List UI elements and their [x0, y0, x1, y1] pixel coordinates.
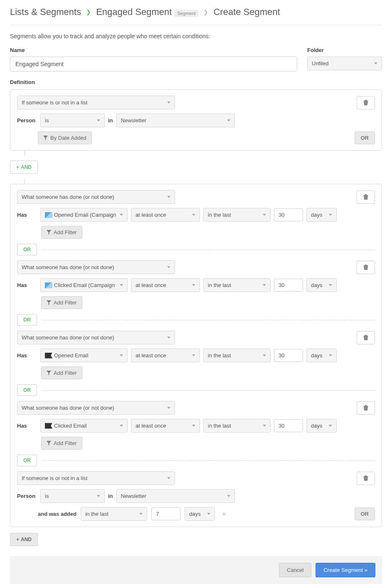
condition-block-2: What someone has done (or not done) Has …	[10, 184, 382, 527]
add-filter-button[interactable]: Add Filter	[41, 437, 82, 450]
days-input[interactable]	[274, 208, 303, 221]
or-button[interactable]: OR	[17, 384, 37, 396]
delete-condition-button[interactable]	[357, 401, 375, 415]
timeframe-select[interactable]: in the last	[203, 278, 271, 292]
filter-icon	[47, 230, 51, 235]
condition-type-select[interactable]: What someone has done (or not done)	[17, 401, 175, 415]
chevron-down-icon	[207, 513, 210, 515]
delete-condition-button[interactable]	[357, 191, 375, 204]
delete-condition-button[interactable]	[357, 96, 375, 109]
flag-icon	[45, 423, 52, 429]
add-filter-button[interactable]: Add Filter	[41, 226, 82, 239]
or-button[interactable]: OR	[17, 455, 37, 466]
or-button[interactable]: OR	[17, 244, 37, 255]
chevron-right-icon: ❯	[86, 9, 91, 15]
trash-icon	[363, 405, 368, 411]
frequency-select[interactable]: at least once	[131, 208, 200, 222]
and-button[interactable]: +AND	[10, 161, 38, 174]
intro-text: Segments allow you to track and analyze …	[10, 33, 382, 40]
list-select[interactable]: Newsletter	[116, 114, 235, 127]
remove-filter-button[interactable]: ✕	[222, 511, 227, 517]
chevron-down-icon	[374, 62, 377, 64]
condition-type-select[interactable]: What someone has done (or not done)	[17, 331, 175, 344]
condition-type-select[interactable]: If someone is or not in a list	[17, 96, 175, 109]
chevron-down-icon	[329, 354, 332, 356]
timeframe-select[interactable]: in the last	[203, 208, 271, 222]
list-select[interactable]: Newsletter	[116, 489, 235, 503]
metric-select[interactable]: Opened Email (Campaign	[40, 208, 128, 222]
condition-type-select[interactable]: What someone has done (or not done)	[17, 260, 175, 274]
has-label: Has	[17, 212, 37, 218]
trash-icon	[363, 100, 368, 106]
in-label: in	[108, 117, 113, 124]
chevron-down-icon	[329, 284, 332, 286]
filter-icon	[47, 441, 51, 445]
footer-actions: Cancel Create Segment »	[10, 556, 382, 584]
filter-icon	[43, 136, 48, 140]
add-filter-button[interactable]: Add Filter	[41, 296, 82, 309]
trash-icon	[363, 475, 368, 481]
add-filter-button[interactable]: Add Filter	[41, 366, 82, 379]
delete-condition-button[interactable]	[357, 472, 375, 485]
unit-select[interactable]: days	[306, 208, 337, 222]
segment-badge: Segment	[174, 10, 198, 17]
has-label: Has	[17, 282, 37, 288]
create-segment-button[interactable]: Create Segment »	[316, 563, 375, 577]
breadcrumb-current: Create Segment	[213, 7, 280, 17]
timeframe-select[interactable]: in the last	[81, 507, 147, 521]
chevron-down-icon	[167, 407, 170, 409]
unit-select[interactable]: days	[306, 278, 337, 292]
timeframe-select[interactable]: in the last	[203, 349, 271, 362]
days-input[interactable]	[274, 279, 303, 292]
folder-select[interactable]: Unfiled	[307, 57, 382, 70]
chevron-down-icon	[227, 119, 230, 121]
delete-condition-button[interactable]	[357, 331, 375, 344]
segment-name-input[interactable]	[10, 57, 297, 72]
chevron-down-icon	[97, 495, 100, 497]
metric-select[interactable]: Clicked Email	[40, 419, 128, 433]
or-button[interactable]: OR	[355, 507, 375, 520]
or-button[interactable]: OR	[355, 131, 375, 144]
unit-select[interactable]: days	[306, 349, 337, 362]
breadcrumb: Lists & Segments ❯ Engaged SegmentSegmen…	[10, 0, 382, 25]
person-is-select[interactable]: is	[40, 489, 105, 503]
by-date-added-button[interactable]: By Date Added	[38, 131, 92, 144]
days-input[interactable]	[274, 419, 303, 432]
definition-label: Definition	[10, 79, 382, 85]
and-button[interactable]: +AND	[10, 533, 38, 546]
chevron-down-icon	[263, 425, 266, 427]
trash-icon	[363, 265, 368, 270]
days-input[interactable]	[151, 507, 180, 520]
days-input[interactable]	[274, 349, 303, 362]
breadcrumb-root[interactable]: Lists & Segments	[10, 7, 81, 17]
delete-condition-button[interactable]	[357, 261, 375, 274]
and-was-added-label: and was added	[38, 511, 76, 517]
frequency-select[interactable]: at least once	[131, 349, 200, 362]
has-label: Has	[17, 423, 37, 429]
frequency-select[interactable]: at least once	[131, 419, 200, 433]
or-button[interactable]: OR	[17, 314, 37, 326]
frequency-select[interactable]: at least once	[131, 278, 200, 292]
chevron-down-icon	[139, 513, 143, 515]
unit-select[interactable]: days	[185, 507, 215, 521]
timeframe-select[interactable]: in the last	[203, 419, 271, 433]
person-label: Person	[17, 493, 37, 499]
cancel-button[interactable]: Cancel	[279, 563, 311, 577]
name-label: Name	[10, 47, 297, 53]
chevron-down-icon	[192, 425, 195, 427]
person-is-select[interactable]: is	[40, 114, 105, 127]
condition-type-select[interactable]: If someone is or not in a list	[17, 471, 175, 485]
chevron-down-icon	[329, 425, 332, 427]
filter-icon	[47, 371, 51, 375]
chevron-down-icon	[167, 196, 170, 198]
chevron-down-icon	[167, 477, 170, 479]
breadcrumb-parent[interactable]: Engaged SegmentSegment	[96, 7, 198, 17]
metric-select[interactable]: Opened Email	[40, 349, 128, 362]
condition-type-select[interactable]: What someone has done (or not done)	[17, 190, 175, 204]
unit-select[interactable]: days	[306, 419, 337, 433]
folder-label: Folder	[307, 47, 382, 53]
metric-select[interactable]: Clicked Email (Campaign	[40, 278, 128, 292]
chevron-down-icon	[263, 214, 266, 216]
condition-block-1: If someone is or not in a list Person is…	[10, 89, 382, 151]
flag-icon	[45, 353, 52, 359]
